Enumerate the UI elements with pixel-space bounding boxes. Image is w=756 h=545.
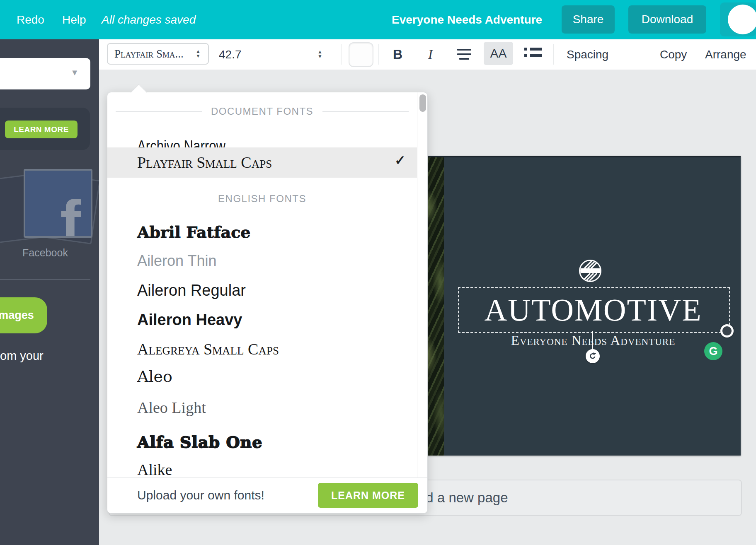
- text-toolbar: Playfair Sma... ▲▼ 42.7 ▲▼ B I AA Spacin…: [99, 39, 756, 70]
- badge-icon: [579, 259, 602, 282]
- dropdown-footer: Upload your own fonts! LEARN MORE: [107, 477, 427, 513]
- scrollbar-thumb[interactable]: [419, 94, 426, 112]
- font-family-select[interactable]: Playfair Sma... ▲▼: [107, 43, 209, 65]
- font-option-alegreya-small-caps[interactable]: Alegreya Small Caps: [137, 339, 279, 359]
- design-title-text[interactable]: AUTOMOTIVE: [458, 289, 728, 330]
- toolbar-divider: [378, 44, 379, 65]
- sidebar-divider: [0, 279, 90, 280]
- document-title[interactable]: Everyone Needs Adventure: [392, 0, 542, 39]
- sidebar-text-partial: om your: [0, 349, 44, 363]
- toolbar-divider: [553, 44, 554, 65]
- arrange-button[interactable]: Arrange: [705, 39, 746, 70]
- font-option-alike[interactable]: Alike: [137, 460, 172, 480]
- align-center-icon[interactable]: [457, 46, 471, 60]
- upload-fonts-text: Upload your own fonts!: [137, 478, 264, 513]
- font-size-stepper-icon[interactable]: ▲▼: [317, 50, 322, 59]
- font-family-value: Playfair Sma...: [114, 48, 184, 60]
- italic-button[interactable]: I: [428, 39, 433, 70]
- share-button[interactable]: Share: [562, 5, 615, 34]
- avatar: [728, 5, 756, 34]
- text-color-swatch[interactable]: [349, 42, 373, 67]
- redo-button[interactable]: Redo: [17, 0, 44, 39]
- font-updown-icon: ▲▼: [196, 49, 201, 58]
- spacing-button[interactable]: Spacing: [567, 39, 608, 70]
- font-option-abril-fatface[interactable]: Abril Fatface: [137, 222, 251, 242]
- facebook-icon: f: [60, 191, 81, 238]
- rotate-handle-line: [592, 331, 593, 350]
- font-option-aleo[interactable]: Aleo: [137, 367, 172, 386]
- bold-button[interactable]: B: [393, 39, 402, 70]
- font-option-aileron-regular[interactable]: Aileron Regular: [137, 280, 246, 300]
- checkmark-icon: ✓: [395, 152, 406, 168]
- facebook-tile[interactable]: f: [24, 169, 92, 238]
- topbar: Redo Help All changes saved Everyone Nee…: [0, 0, 756, 39]
- scrollbar-track: [417, 92, 417, 477]
- images-button[interactable]: mages: [0, 297, 47, 333]
- grammarly-icon[interactable]: G: [704, 342, 722, 360]
- copy-button[interactable]: Copy: [660, 39, 687, 70]
- toolbar-divider: [341, 44, 342, 65]
- list-icon[interactable]: [524, 44, 542, 57]
- help-button[interactable]: Help: [62, 0, 86, 39]
- font-option-aleo-light[interactable]: Aleo Light: [137, 398, 206, 417]
- english-fonts-header: ENGLISH FONTS: [116, 191, 409, 206]
- font-option-aileron-thin[interactable]: Aileron Thin: [137, 251, 216, 271]
- download-button[interactable]: Download: [628, 5, 706, 34]
- resize-handle[interactable]: [720, 324, 734, 338]
- font-option-aileron-heavy[interactable]: Aileron Heavy: [137, 310, 242, 330]
- facebook-label: Facebook: [0, 247, 90, 259]
- account-button[interactable]: [720, 2, 756, 36]
- sidebar-select[interactable]: ▼: [0, 58, 90, 89]
- chevron-down-icon: ▼: [70, 68, 79, 77]
- sidebar: ▼ LEARN MORE f Facebook mages om your: [0, 39, 99, 545]
- uppercase-button[interactable]: AA: [484, 42, 513, 65]
- learn-more-fonts-button[interactable]: LEARN MORE: [318, 483, 418, 508]
- font-option-alfa-slab-one[interactable]: Alfa Slab One: [137, 432, 262, 452]
- document-fonts-header: DOCUMENT FONTS: [116, 104, 409, 119]
- design-page[interactable]: AUTOMOTIVE Everyone Needs Adventure G: [424, 156, 741, 456]
- design-subtitle-text[interactable]: Everyone Needs Adventure: [458, 333, 728, 348]
- rotate-handle[interactable]: [586, 349, 600, 363]
- rotate-icon: [589, 352, 597, 360]
- font-option-playfair-small-caps[interactable]: Playfair Small Caps: [137, 152, 272, 172]
- learn-more-button[interactable]: LEARN MORE: [5, 121, 78, 138]
- font-size-value[interactable]: 42.7: [219, 39, 242, 70]
- save-status: All changes saved: [102, 0, 196, 39]
- font-dropdown: DOCUMENT FONTS Archivo Narrow Playfair S…: [107, 92, 428, 514]
- dropdown-caret: [131, 84, 147, 101]
